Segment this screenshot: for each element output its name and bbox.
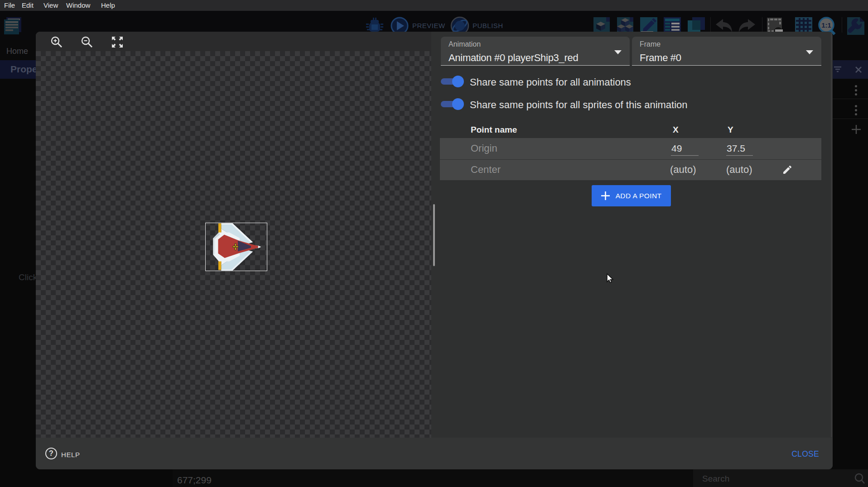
svg-text:1:1: 1:1 xyxy=(821,21,831,29)
